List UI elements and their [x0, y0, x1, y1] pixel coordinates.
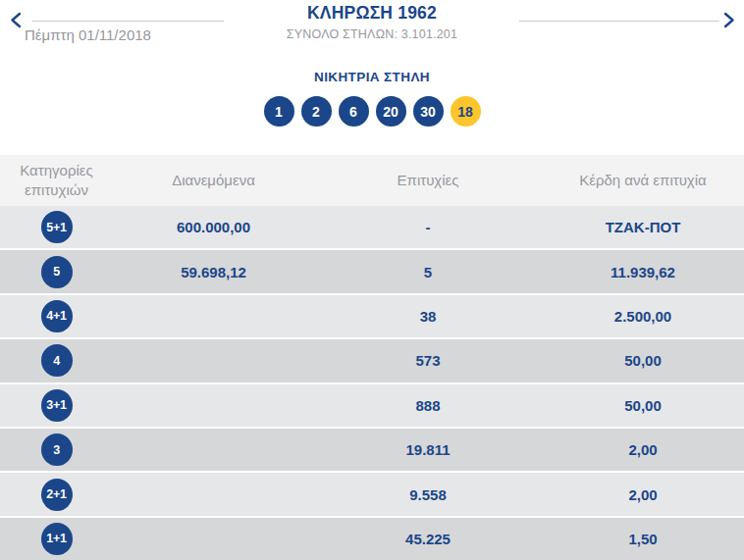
prize-cell: 50,00	[542, 397, 744, 414]
category-cell: 4	[0, 344, 113, 377]
category-cell: 3	[0, 433, 113, 466]
winning-number-bonus-ball: 18	[451, 96, 481, 127]
table-row: 319.8112,00	[0, 429, 744, 471]
category-cell: 2+1	[0, 479, 113, 511]
chevron-right-icon	[723, 12, 736, 31]
column-header: Διανεμόμενα	[113, 171, 314, 190]
table-row: 5+1600.000,00-ΤΖΑΚ-ΠΟΤ	[0, 206, 744, 248]
prize-cell: 50,00	[542, 352, 744, 369]
category-badge: 1+1	[41, 523, 73, 555]
category-cell: 3+1	[0, 389, 113, 422]
total-columns-label: ΣΥΝΟΛΟ ΣΤΗΛΩΝ: 3.101.201	[0, 27, 744, 41]
prize-cell: 2,00	[542, 486, 744, 503]
winning-numbers: 126203018	[0, 96, 744, 127]
category-cell: 5+1	[0, 211, 113, 243]
next-draw-button[interactable]	[719, 12, 739, 31]
distributed-cell: 59.698,12	[113, 264, 314, 280]
joker-draw-results-page: Πέμπτη 01/11/2018 ΚΛΗΡΩΣΗ 1962 ΣΥΝΟΛΟ ΣΤ…	[0, 0, 744, 560]
winners-cell: 5	[314, 264, 542, 280]
prize-cell: ΤΖΑΚ-ΠΟΤ	[542, 219, 744, 235]
column-header: Επιτυχίες	[314, 171, 542, 190]
table-row: 1+145.2251,50	[0, 518, 744, 560]
winning-number-ball: 2	[301, 96, 332, 127]
winning-number-ball: 20	[376, 96, 406, 127]
winners-cell: 19.811	[314, 441, 542, 458]
category-cell: 4+1	[0, 300, 113, 332]
category-badge: 4	[41, 344, 73, 377]
table-row: 2+19.5582,00	[0, 473, 744, 515]
winners-cell: 573	[314, 352, 542, 369]
table-row: 559.698,12511.939,62	[0, 250, 744, 292]
divider-line-right	[519, 21, 719, 22]
table-row: 3+188850,00	[0, 384, 744, 427]
category-cell: 5	[0, 256, 113, 288]
distributed-cell: 600.000,00	[113, 219, 314, 235]
winners-cell: 45.225	[314, 531, 542, 547]
table-body: 5+1600.000,00-ΤΖΑΚ-ΠΟΤ559.698,12511.939,…	[0, 206, 744, 560]
winners-cell: -	[314, 219, 542, 235]
winning-number-ball: 1	[264, 96, 294, 127]
column-header: Κατηγορίες επιτυχιών	[0, 161, 113, 201]
table-row: 457350,00	[0, 339, 744, 382]
winning-number-ball: 6	[339, 96, 369, 127]
prize-cell: 2,00	[542, 441, 744, 458]
winners-cell: 888	[314, 397, 542, 414]
results-table: Κατηγορίες επιτυχιώνΔιανεμόμεναΕπιτυχίες…	[0, 155, 744, 560]
category-badge: 3	[41, 433, 73, 466]
table-header-row: Κατηγορίες επιτυχιώνΔιανεμόμεναΕπιτυχίες…	[0, 155, 744, 206]
category-badge: 5	[41, 256, 73, 288]
prize-cell: 11.939,62	[542, 264, 744, 280]
category-badge: 3+1	[41, 389, 73, 422]
category-cell: 1+1	[0, 523, 113, 555]
winners-cell: 38	[314, 308, 542, 325]
prize-cell: 1,50	[542, 531, 744, 547]
winners-cell: 9.558	[314, 486, 542, 503]
category-badge: 5+1	[41, 211, 73, 243]
winning-column-title: ΝΙΚΗΤΡΙΑ ΣΤΗΛΗ	[0, 70, 744, 84]
category-badge: 4+1	[41, 300, 73, 332]
winning-number-ball: 30	[413, 96, 444, 127]
table-row: 4+1382.500,00	[0, 295, 744, 337]
category-badge: 2+1	[41, 479, 73, 511]
column-header: Κέρδη ανά επιτυχία	[542, 171, 744, 190]
prize-cell: 2.500,00	[542, 308, 744, 325]
